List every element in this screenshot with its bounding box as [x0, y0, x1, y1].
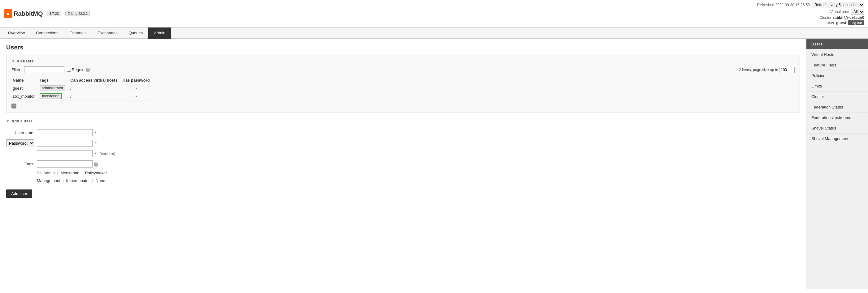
- col-name: Name: [11, 77, 38, 84]
- add-user-form: Username: * Password: Hashed: [6, 127, 118, 185]
- set-label: Set: [37, 171, 42, 175]
- tag-link-policymaker[interactable]: Policymaker: [85, 171, 107, 175]
- cluster-name: rabbit@i-cz6aujr0: [833, 15, 864, 20]
- user-tags-cell: monitoring: [38, 92, 69, 101]
- nav-item-connections[interactable]: Connections: [30, 28, 64, 39]
- password-required: *: [95, 141, 97, 146]
- col-vhosts: Can access virtual hosts: [69, 77, 121, 84]
- sidebar-item-limits[interactable]: Limits: [806, 81, 868, 91]
- refreshed-label: Refreshed 2022-09-30 15:36:58: [757, 3, 810, 7]
- user-name-cell[interactable]: zbx_monitor: [11, 92, 38, 101]
- user-password-cell: •: [121, 92, 154, 101]
- filter-row: Filter: Regex ? 2 items, page size up to: [11, 67, 795, 73]
- sidebar: Users Virtual Hosts Feature Flags Polici…: [806, 39, 868, 289]
- username-input[interactable]: [37, 129, 93, 136]
- nav-item-exchanges[interactable]: Exchanges: [92, 28, 123, 39]
- sidebar-item-feature-flags[interactable]: Feature Flags: [806, 60, 868, 70]
- regex-label: Regex: [72, 67, 84, 72]
- sidebar-item-federation-status[interactable]: Federation Status: [806, 102, 868, 112]
- user-name-cell[interactable]: guest: [11, 84, 38, 92]
- nav-item-queues[interactable]: Queues: [123, 28, 149, 39]
- nav-item-overview[interactable]: Overview: [2, 28, 30, 39]
- logo-text: RabbitMQ: [13, 10, 43, 17]
- sidebar-item-shovel-status[interactable]: Shovel Status: [806, 123, 868, 134]
- add-user-button[interactable]: Add user: [6, 189, 32, 198]
- sidebar-item-policies[interactable]: Policies: [806, 70, 868, 81]
- filter-input[interactable]: [24, 67, 64, 73]
- regex-checkbox[interactable]: [67, 68, 71, 72]
- password-confirm-spacer: [6, 149, 37, 159]
- user-label: User: [827, 21, 834, 25]
- password-input[interactable]: [37, 140, 93, 147]
- page-size-input[interactable]: [779, 67, 795, 73]
- sidebar-item-users[interactable]: Users: [806, 39, 868, 49]
- cluster-label: Cluster: [820, 15, 832, 20]
- password-confirm-required: *: [95, 151, 97, 156]
- erlang-badge: Erlang 22.3.2: [65, 11, 90, 16]
- user-name: guest: [836, 21, 846, 25]
- nav-item-admin[interactable]: Admin: [148, 28, 171, 39]
- user-password-cell: •: [121, 84, 154, 92]
- filter-label: Filter:: [11, 67, 22, 72]
- add-user-label: Add a user: [11, 119, 32, 123]
- sidebar-item-federation-upstreams[interactable]: Federation Upstreams: [806, 112, 868, 123]
- password-confirm-input[interactable]: [37, 150, 93, 157]
- confirm-label: (confirm): [99, 151, 115, 156]
- sidebar-item-cluster[interactable]: Cluster: [806, 91, 868, 102]
- refresh-select[interactable]: Refresh every 5 seconds Refresh every 10…: [812, 2, 864, 8]
- tag-link-impersonator[interactable]: Impersonator: [66, 178, 90, 183]
- regex-help-icon[interactable]: ?: [86, 68, 90, 72]
- user-vhosts-cell: /: [69, 92, 121, 101]
- tags-help-icon[interactable]: ?: [94, 162, 98, 167]
- tag-link-none[interactable]: None: [96, 178, 105, 183]
- password-type-label: Password: Hashed: [6, 138, 37, 149]
- section-toggle-add-user[interactable]: ▼: [6, 119, 9, 123]
- sidebar-item-shovel-management[interactable]: Shovel Management: [806, 134, 868, 144]
- vhost-label: Virtual host: [830, 9, 849, 14]
- username-label: Username:: [6, 127, 37, 138]
- user-vhosts-cell: /: [69, 84, 121, 92]
- password-type-select[interactable]: Password: Hashed: [6, 139, 34, 147]
- vhost-select[interactable]: All: [851, 9, 864, 15]
- page-title: Users: [6, 44, 800, 51]
- tag-link-admin[interactable]: Admin: [43, 171, 55, 175]
- logout-button[interactable]: Log out: [848, 21, 864, 25]
- tag-badge-monitoring: monitoring: [40, 93, 62, 99]
- col-tags: Tags: [38, 77, 69, 84]
- all-users-label: All users: [17, 59, 34, 63]
- main-nav: Overview Connections Channels Exchanges …: [0, 28, 868, 39]
- users-table: Name Tags Can access virtual hosts Has p…: [11, 77, 154, 101]
- add-user-section: ▼ Add a user Username: * Password: Hashe…: [6, 119, 800, 198]
- table-row: zbx_monitor monitoring / •: [11, 92, 154, 101]
- sidebar-item-virtual-hosts[interactable]: Virtual Hosts: [806, 49, 868, 60]
- tag-badge-administrator: administrator: [40, 85, 65, 91]
- regex-checkbox-label[interactable]: Regex: [67, 67, 84, 72]
- user-tags-cell: administrator: [38, 84, 69, 92]
- footer: HTTP API Server Docs Tutorials Community…: [0, 289, 868, 293]
- table-help-icon[interactable]: ?: [11, 104, 17, 108]
- logo-icon: ■: [4, 9, 12, 18]
- tag-link-monitoring[interactable]: Monitoring: [60, 171, 79, 175]
- username-required: *: [95, 131, 97, 135]
- tag-link-management[interactable]: Management: [37, 178, 60, 183]
- col-password: Has password: [121, 77, 154, 84]
- table-row: guest administrator / •: [11, 84, 154, 92]
- tags-input[interactable]: [37, 160, 93, 168]
- section-toggle-users[interactable]: ▼: [11, 59, 15, 63]
- nav-item-channels[interactable]: Channels: [64, 28, 92, 39]
- items-info: 2 items, page size up to: [739, 67, 795, 73]
- version-badge: 3.7.23: [47, 11, 61, 16]
- tags-label: Tags:: [6, 159, 37, 169]
- all-users-section: ▼ All users Filter: Regex ? 2 items, pag…: [6, 55, 800, 112]
- rabbitmq-logo: ■ RabbitMQ: [4, 9, 43, 18]
